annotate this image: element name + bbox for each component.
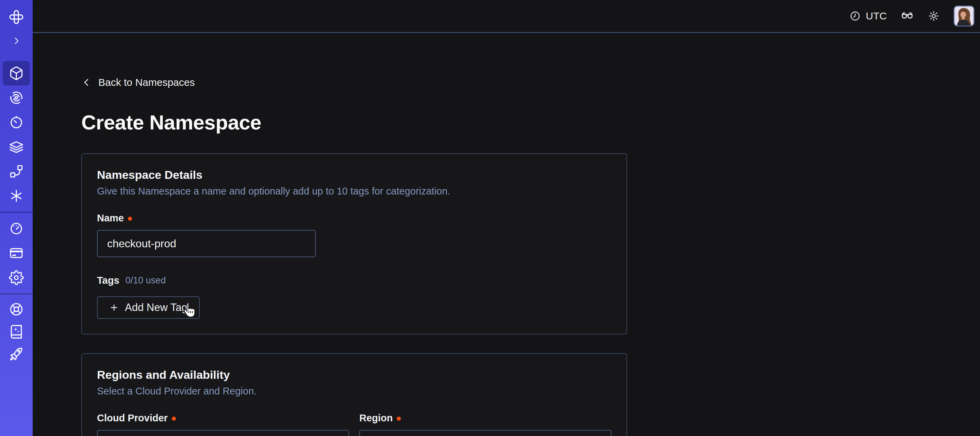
sidebar-item-schedules[interactable] [3,110,30,134]
credit-card-icon [9,246,24,260]
sidebar-divider [0,294,33,294]
sidebar-item-nexus[interactable] [3,184,30,208]
swirl-icon [9,90,24,105]
timezone-label: UTC [865,10,887,22]
cloud-provider-field: Cloud Provider Select Cloud Provider [97,412,349,436]
name-label-row: Name [97,212,611,224]
card-title: Namespace Details [97,168,611,182]
temporal-logo-icon[interactable] [3,9,30,25]
sidebar-item-namespaces[interactable] [3,61,30,86]
name-label: Name [97,212,124,224]
sidebar-item-getting-started[interactable] [3,343,30,366]
book-sparkles-icon [9,324,24,339]
clock-icon [850,10,861,22]
sidebar-item-workflows[interactable] [3,86,30,110]
avatar-image [955,6,974,26]
card-subtitle: Give this Namespace a name and optionall… [97,186,611,197]
tags-label: Tags [97,275,119,286]
sidebar-item-billing[interactable] [3,241,30,265]
namespace-details-card: Namespace Details Give this Namespace a … [81,153,627,334]
region-field: Region Select Region [360,412,611,436]
cloud-provider-select[interactable]: Select Cloud Provider [97,430,349,436]
cloud-provider-label: Cloud Provider [97,412,168,424]
sidebar-item-support[interactable] [3,298,30,321]
namespace-name-input[interactable] [97,230,316,257]
sidebar-divider [0,212,33,212]
back-link-label: Back to Namespaces [98,77,195,88]
asterisk-icon [9,188,24,203]
flow-branch-icon [9,164,24,179]
tags-label-row: Tags 0/10 used [97,275,611,286]
required-dot [172,417,176,421]
user-avatar[interactable] [953,5,975,27]
sun-icon [928,10,940,22]
back-to-namespaces-link[interactable]: Back to Namespaces [81,77,195,88]
chevron-left-icon [81,77,92,88]
topbar: UTC [33,0,980,33]
sidebar [0,0,33,436]
region-label-row: Region [360,412,611,424]
life-buoy-icon [9,302,24,317]
theme-toggle-button[interactable] [928,10,940,22]
gauge-icon [9,221,24,236]
plus-icon [109,303,119,312]
sidebar-expand-button[interactable] [3,34,30,48]
required-dot [397,417,401,421]
rocket-icon [9,347,24,362]
region-label: Region [360,412,393,424]
glasses-icon [900,9,914,23]
sidebar-item-docs[interactable] [3,321,30,343]
page-title: Create Namespace [81,111,980,134]
layers-icon [9,139,24,154]
main-content: Back to Namespaces Create Namespace Name… [33,33,980,436]
cube-icon [9,66,24,81]
region-select[interactable]: Select Region [360,430,611,436]
card-title: Regions and Availability [97,368,611,382]
sidebar-account-nav [3,216,30,290]
sidebar-item-batch-operations[interactable] [3,159,30,184]
required-dot [128,217,132,221]
gear-icon [9,270,24,285]
sidebar-item-settings[interactable] [3,265,30,290]
cloud-provider-label-row: Cloud Provider [97,412,349,424]
add-new-tag-label: Add New Tag [125,302,188,314]
tags-usage-count: 0/10 used [126,275,166,286]
sidebar-item-deployments[interactable] [3,134,30,159]
add-new-tag-button[interactable]: Add New Tag [97,296,200,319]
labs-button[interactable] [900,9,914,23]
timer-icon [9,115,24,130]
sidebar-item-usage[interactable] [3,216,30,241]
card-subtitle: Select a Cloud Provider and Region. [97,386,611,397]
provider-region-grid: Cloud Provider Select Cloud Provider Reg… [97,412,611,436]
timezone-button[interactable]: UTC [850,10,887,22]
sidebar-nav [3,61,30,208]
regions-card: Regions and Availability Select a Cloud … [81,353,627,436]
sidebar-help-nav [3,298,30,366]
